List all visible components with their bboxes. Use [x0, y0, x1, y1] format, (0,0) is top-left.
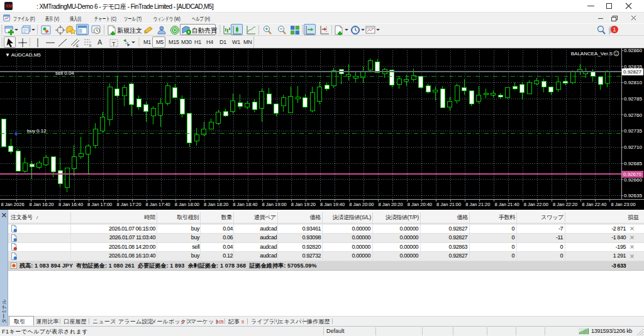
svg-text:0.92860: 0.92860 — [624, 48, 642, 53]
svg-text:8 Jan 17:40: 8 Jan 17:40 — [146, 202, 170, 207]
svg-text:8 Jan 17:00: 8 Jan 17:00 — [87, 202, 112, 207]
svg-text:8 Jan 21:40: 8 Jan 21:40 — [494, 202, 519, 207]
svg-text:0.92827: 0.92827 — [623, 69, 641, 75]
svg-text:0.92760: 0.92760 — [624, 112, 642, 118]
svg-text:0.92670: 0.92670 — [623, 171, 641, 177]
svg-text:0.92660: 0.92660 — [624, 177, 642, 183]
svg-text:8 Jan 21:00: 8 Jan 21:00 — [436, 202, 461, 207]
svg-text:8 Jan 17:20: 8 Jan 17:20 — [116, 202, 141, 207]
svg-text:▼ AUDCAD,M5: ▼ AUDCAD,M5 — [5, 52, 41, 58]
svg-text:8 Jan 20:20: 8 Jan 20:20 — [378, 202, 402, 207]
svg-text:T: T — [112, 41, 116, 47]
svg-text:8 Jan 2026: 8 Jan 2026 — [1, 202, 24, 207]
svg-text:E: E — [76, 44, 79, 48]
svg-text:8 Jan 19:00: 8 Jan 19:00 — [262, 202, 287, 207]
svg-text:8 Jan 22:40: 8 Jan 22:40 — [582, 202, 606, 207]
svg-text:buy 0.12: buy 0.12 — [27, 128, 47, 134]
svg-text:F: F — [89, 44, 92, 48]
svg-text:8 Jan 16:20: 8 Jan 16:20 — [30, 202, 54, 207]
svg-text:BALANCEA_Ver.S: BALANCEA_Ver.S — [571, 51, 613, 57]
svg-text:8 Jan 18:00: 8 Jan 18:00 — [175, 202, 199, 207]
svg-text:8 Jan 16:40: 8 Jan 16:40 — [58, 202, 83, 207]
svg-text:8 Jan 22:20: 8 Jan 22:20 — [553, 202, 577, 207]
svg-text:8 Jan 18:40: 8 Jan 18:40 — [233, 202, 257, 207]
svg-text:0.92685: 0.92685 — [624, 161, 642, 166]
svg-text:8 Jan 19:40: 8 Jan 19:40 — [320, 202, 345, 207]
svg-text:8 Jan 22:00: 8 Jan 22:00 — [524, 202, 548, 207]
svg-text:8 Jan 20:00: 8 Jan 20:00 — [349, 202, 374, 207]
svg-text:0.92635: 0.92635 — [624, 193, 642, 198]
svg-text:0.92710: 0.92710 — [624, 144, 642, 150]
svg-text:0.92810: 0.92810 — [624, 80, 642, 85]
svg-text:1: 1 — [613, 26, 616, 33]
svg-text:0.92735: 0.92735 — [624, 128, 642, 134]
svg-text:8 Jan 19:20: 8 Jan 19:20 — [291, 202, 316, 207]
svg-text:8 Jan 23:00: 8 Jan 23:00 — [611, 202, 635, 207]
svg-text:sell 0.04: sell 0.04 — [55, 70, 74, 76]
svg-text:8 Jan 21:20: 8 Jan 21:20 — [465, 202, 490, 207]
svg-text:8 Jan 18:20: 8 Jan 18:20 — [204, 202, 228, 207]
svg-text:8 Jan 20:40: 8 Jan 20:40 — [408, 202, 432, 207]
svg-text:0.92785: 0.92785 — [624, 96, 642, 102]
